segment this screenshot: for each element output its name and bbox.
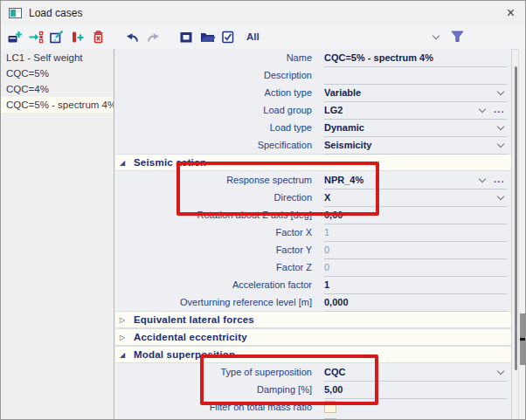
chevron-down-icon[interactable] [478, 176, 487, 184]
property-row: Rotation about Z axis [deg]0,00 [115, 206, 511, 224]
property-field[interactable]: Dynamic [324, 119, 507, 137]
list-item[interactable]: CQC=5% [1, 65, 114, 81]
property-label: Response spectrum [115, 175, 319, 185]
new-icon[interactable] [5, 27, 24, 46]
section-label: Equivalent lateral forces [134, 314, 254, 325]
expand-triangle-icon[interactable]: ▷ [115, 334, 134, 341]
table-icon[interactable] [176, 27, 196, 46]
toolbar: All [1, 24, 525, 50]
property-value: Dynamic [324, 122, 364, 133]
scrollbar-thumb[interactable] [520, 313, 526, 365]
section-header[interactable]: ▷Equivalent lateral forces [115, 311, 511, 328]
filter-funnel-icon[interactable] [447, 27, 467, 46]
property-row: Description [115, 66, 511, 84]
title-bar: Load cases × [1, 1, 525, 25]
property-label: Load type [115, 122, 319, 133]
property-field[interactable]: CQC=5% - spectrum 4% [324, 49, 507, 67]
property-field[interactable] [324, 416, 507, 419]
property-field[interactable]: 0 [324, 241, 507, 259]
section-label: Accidental eccentricity [134, 332, 247, 342]
copy-to-icon[interactable] [26, 27, 45, 46]
property-value: 1 [324, 279, 329, 290]
filter-dropdown[interactable]: All [246, 31, 440, 42]
property-field[interactable]: 0 [324, 258, 507, 277]
property-label: Factor Y [115, 244, 319, 255]
property-row: Overturning reference level [m]0,000 [115, 293, 511, 311]
section-label: Seismic action [134, 157, 206, 168]
list-item-selected[interactable]: CQC=5% - spectrum 4% [1, 97, 114, 113]
property-row: Filter on total mass ratio [115, 398, 511, 416]
property-field[interactable]: LG2... [324, 101, 507, 120]
property-field[interactable]: NPR_4%... [324, 171, 507, 189]
property-field[interactable]: CQC [324, 363, 507, 382]
property-row: Acceleration factor1 [115, 276, 511, 293]
grid-scrollbar[interactable] [515, 66, 517, 370]
property-row: Type of superpositionCQC [115, 363, 511, 381]
list-item[interactable]: CQC=4% [1, 81, 114, 97]
chevron-down-icon[interactable] [478, 106, 487, 114]
property-label: Overturning reference level [m] [115, 297, 319, 307]
chevron-down-icon[interactable] [496, 123, 505, 132]
window-title: Load cases [29, 7, 82, 19]
scrollbar-grip [520, 338, 526, 341]
section-label: Modal superposition [134, 349, 235, 360]
expand-triangle-icon[interactable]: ▷ [115, 316, 134, 324]
property-field[interactable]: 0,000 [324, 293, 507, 312]
property-field[interactable]: 0,00 [324, 206, 507, 224]
chevron-down-icon[interactable] [496, 88, 505, 97]
property-field[interactable]: 1 [324, 276, 507, 294]
property-row: Factor X1 [115, 224, 511, 241]
checklist-icon[interactable] [218, 27, 238, 46]
property-field[interactable] [324, 66, 507, 85]
chevron-down-icon[interactable] [496, 193, 505, 202]
list-item[interactable]: LC1 - Self weight [1, 50, 114, 65]
property-field[interactable]: 5,00 [324, 381, 507, 399]
property-row: Load groupLG2... [115, 101, 511, 119]
folder-icon[interactable] [197, 27, 217, 46]
property-row: NameCQC=5% - spectrum 4% [115, 49, 511, 66]
property-label: Name [115, 52, 319, 63]
section-header[interactable]: ▷Accidental eccentricity [115, 328, 511, 346]
chevron-down-icon[interactable] [496, 141, 505, 149]
app-icon [9, 8, 22, 18]
property-label: Action type [115, 87, 319, 98]
close-icon[interactable]: × [507, 6, 515, 20]
edit-icon[interactable] [47, 27, 66, 46]
dialog-body: LC1 - Self weightCQC=5%CQC=4%CQC=5% - sp… [1, 49, 525, 419]
property-row: Factor Y0 [115, 241, 511, 258]
property-grid: NameCQC=5% - spectrum 4%DescriptionActio… [115, 49, 512, 419]
property-row: Filter on total mass ratio limit [115, 416, 511, 419]
property-field[interactable]: Variable [324, 84, 507, 102]
section-header[interactable]: ◢Modal superposition [115, 346, 511, 363]
collapse-triangle-icon[interactable]: ◢ [115, 159, 134, 167]
property-field[interactable] [324, 398, 507, 416]
property-row: Action typeVariable [115, 84, 511, 101]
window-scrollbar[interactable] [518, 49, 526, 419]
property-label: Specification [115, 140, 319, 150]
property-field[interactable]: X [324, 189, 507, 207]
chevron-down-icon[interactable] [496, 368, 505, 376]
ellipsis-button[interactable]: ... [494, 105, 505, 114]
insert-icon[interactable] [68, 27, 87, 46]
checkbox[interactable] [324, 418, 336, 419]
property-label: Filter on total mass ratio [115, 402, 319, 412]
property-field[interactable]: 1 [324, 224, 507, 242]
load-cases-dialog: Load cases × [0, 0, 526, 420]
load-case-list: LC1 - Self weightCQC=5%CQC=4%CQC=5% - sp… [1, 49, 114, 419]
undo-icon[interactable] [122, 27, 142, 46]
section-header[interactable]: ◢Seismic action [115, 154, 511, 171]
property-value: 5,00 [324, 384, 343, 395]
property-row: Load typeDynamic [115, 119, 511, 136]
delete-icon[interactable] [89, 27, 108, 46]
property-label: Rotation about Z axis [deg] [115, 210, 319, 220]
property-field[interactable]: Seismicity [324, 136, 507, 155]
ellipsis-button[interactable]: ... [494, 175, 505, 184]
redo-icon[interactable] [143, 27, 163, 46]
property-value: CQC=5% - spectrum 4% [324, 52, 433, 63]
property-row: Damping [%]5,00 [115, 381, 511, 398]
filter-dropdown-value: All [246, 31, 260, 42]
property-value: 0,00 [324, 210, 343, 220]
checkbox[interactable] [324, 401, 336, 413]
collapse-triangle-icon[interactable]: ◢ [115, 351, 134, 359]
property-value: 0 [324, 244, 329, 255]
